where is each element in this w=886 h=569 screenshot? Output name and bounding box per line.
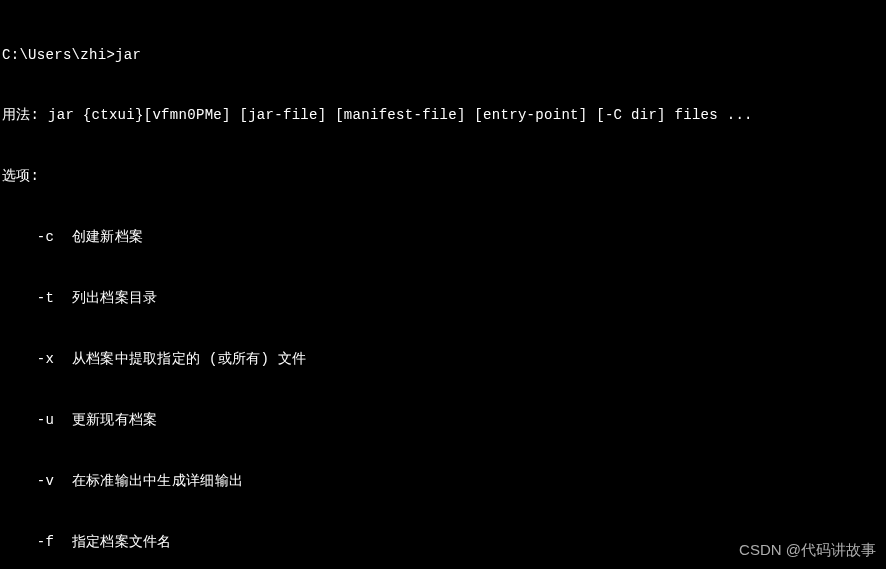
option-line: -t 列出档案目录 — [2, 288, 884, 308]
options-header: 选项: — [2, 166, 884, 186]
option-line: -v 在标准输出中生成详细输出 — [2, 471, 884, 491]
watermark: CSDN @代码讲故事 — [739, 539, 876, 561]
terminal-output: C:\Users\zhi>jar 用法: jar {ctxui}[vfmn0PM… — [2, 4, 884, 569]
usage-line: 用法: jar {ctxui}[vfmn0PMe] [jar-file] [ma… — [2, 105, 884, 125]
option-line: -x 从档案中提取指定的 (或所有) 文件 — [2, 349, 884, 369]
option-line: -c 创建新档案 — [2, 227, 884, 247]
command-prompt: C:\Users\zhi>jar — [2, 45, 884, 65]
option-line: -u 更新现有档案 — [2, 410, 884, 430]
